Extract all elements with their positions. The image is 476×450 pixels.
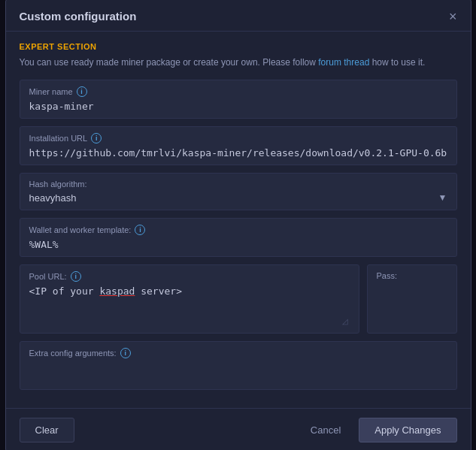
extra-config-label: Extra config arguments: i — [29, 348, 447, 358]
modal-title: Custom configuration — [20, 10, 137, 23]
resize-corner-icon: ◿ — [342, 317, 348, 325]
installation-url-info-icon[interactable]: i — [91, 133, 102, 143]
hash-algorithm-value: heavyhash — [29, 192, 77, 204]
pool-url-field-group: Pool URL: i <IP of your kaspad server> ◿ — [20, 264, 359, 334]
modal-header: Custom configuration × — [6, 0, 471, 32]
clear-button[interactable]: Clear — [20, 418, 74, 442]
forum-thread-link[interactable]: forum thread — [318, 57, 369, 68]
miner-name-input[interactable] — [29, 101, 447, 112]
miner-name-label: Miner name i — [29, 86, 447, 97]
miner-name-field-group: Miner name i — [20, 80, 457, 119]
hash-algorithm-field-group[interactable]: Hash algorithm: heavyhash ▼ — [20, 173, 457, 210]
expert-description: You can use ready made miner package or … — [20, 56, 457, 69]
kaspad-text: kaspad — [99, 285, 135, 297]
pass-input[interactable] — [377, 284, 447, 295]
pass-label: Pass: — [377, 271, 447, 280]
pool-url-label: Pool URL: i — [29, 271, 350, 282]
installation-url-field-group: Installation URL i — [20, 126, 457, 165]
pool-url-value: <IP of your kaspad server> — [29, 285, 350, 297]
apply-changes-button[interactable]: Apply Changes — [359, 418, 456, 442]
installation-url-input[interactable] — [29, 147, 447, 159]
footer-right-buttons: Cancel Apply Changes — [300, 418, 457, 442]
wallet-worker-info-icon[interactable]: i — [135, 225, 145, 235]
custom-config-modal: Custom configuration × EXPERT SECTION Yo… — [5, 0, 471, 450]
wallet-worker-field-group: Wallet and worker template: i — [20, 218, 457, 257]
wallet-worker-label: Wallet and worker template: i — [29, 225, 447, 235]
modal-body: EXPERT SECTION You can use ready made mi… — [6, 32, 471, 408]
extra-config-field-group: Extra config arguments: i — [20, 341, 457, 390]
pool-url-info-icon[interactable]: i — [71, 271, 81, 282]
expert-desc-prefix: You can use ready made miner package or … — [20, 57, 319, 68]
wallet-worker-input[interactable] — [29, 239, 447, 250]
expert-desc-suffix: how to use it. — [369, 57, 425, 68]
chevron-down-icon: ▼ — [438, 192, 447, 203]
close-button[interactable]: × — [449, 10, 457, 23]
pool-url-area: <IP of your kaspad server> ◿ — [29, 285, 350, 327]
expert-section-label: EXPERT SECTION — [20, 42, 457, 51]
installation-url-label: Installation URL i — [29, 133, 447, 143]
cancel-button[interactable]: Cancel — [300, 418, 351, 442]
hash-select-wrapper[interactable]: heavyhash ▼ — [29, 192, 447, 204]
extra-config-info-icon[interactable]: i — [120, 348, 131, 358]
pass-field-group: Pass: — [367, 264, 457, 334]
modal-footer: Clear Cancel Apply Changes — [6, 408, 471, 451]
miner-name-info-icon[interactable]: i — [77, 86, 87, 97]
pool-pass-row: Pool URL: i <IP of your kaspad server> ◿… — [20, 264, 457, 334]
hash-algorithm-label: Hash algorithm: — [29, 180, 447, 189]
